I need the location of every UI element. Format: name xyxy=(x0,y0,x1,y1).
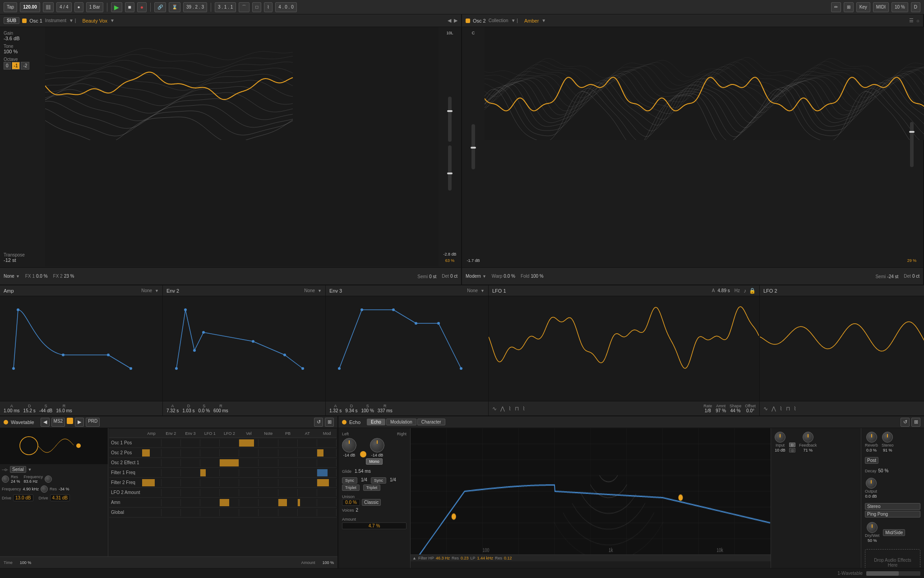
wt-back[interactable]: ◀ xyxy=(41,418,50,427)
stop-button[interactable]: ■ xyxy=(125,2,134,12)
tab-character[interactable]: Character xyxy=(417,419,445,425)
echo-led[interactable] xyxy=(342,420,346,424)
lfo1-a-label: A xyxy=(712,288,715,293)
unison-classic[interactable]: Classic xyxy=(362,499,381,506)
filter-mode-select[interactable]: Serial xyxy=(10,466,26,473)
wt-color[interactable] xyxy=(67,418,73,424)
lfo1-shape-saw[interactable]: ⌇ xyxy=(508,406,511,412)
echo-icon1[interactable]: ↺ xyxy=(901,418,910,427)
vol-right-knob[interactable] xyxy=(370,438,384,452)
mono-label-row: Mono xyxy=(342,458,407,465)
filter-freq-knob[interactable] xyxy=(45,475,52,483)
filter-res-knob[interactable] xyxy=(2,475,9,483)
lfo2-shape-sine[interactable]: ∿ xyxy=(763,406,768,412)
vol-left-knob[interactable] xyxy=(342,438,356,452)
mono-button[interactable]: Mono xyxy=(366,458,383,465)
play-button[interactable]: ▶ xyxy=(111,2,122,12)
echo-far-right-panel: Reverb 0.0 % Stereo 91 % Post Decay xyxy=(861,428,924,568)
output-knob[interactable] xyxy=(866,478,877,489)
tempo-display[interactable]: 120.00 xyxy=(20,2,40,12)
dry-wet-knob[interactable] xyxy=(867,522,878,533)
sync-btn-right[interactable]: Sync xyxy=(371,477,386,484)
osc2-slider[interactable] xyxy=(471,35,475,258)
osc1-slider2[interactable] xyxy=(448,145,452,191)
lfo2-shape-random[interactable]: ⌇ xyxy=(794,406,796,412)
midi-button[interactable]: MIDI xyxy=(873,2,889,12)
osc2-vslider[interactable] xyxy=(471,124,475,169)
matrix-row-global: Global xyxy=(109,508,337,517)
env2-mode[interactable]: None xyxy=(304,288,315,293)
wt-prd-select[interactable]: PRD xyxy=(86,418,100,427)
instrument-label[interactable]: Instrument xyxy=(45,18,66,23)
echo-icon2[interactable]: ⊞ xyxy=(911,418,920,427)
drop-zone[interactable]: Drop Audio Effects Here xyxy=(865,549,920,568)
d-btn1[interactable]: D xyxy=(789,443,795,447)
wt-icon1[interactable]: ↺ xyxy=(314,418,323,427)
lfo2-shape-tri[interactable]: ⋀ xyxy=(772,406,776,412)
stereo-knob[interactable] xyxy=(882,432,893,443)
amp-mode[interactable]: None xyxy=(141,288,152,293)
wt-led[interactable] xyxy=(4,420,8,424)
wt-fwd[interactable]: ▶ xyxy=(75,418,84,427)
osc1-nav-left[interactable]: ◀ xyxy=(448,18,451,23)
octave-0[interactable]: 0 xyxy=(4,62,11,70)
time-sig-display[interactable]: 4 / 4 xyxy=(56,2,71,12)
lfo1-shape-square[interactable]: ⊓ xyxy=(515,406,519,412)
lfo1-shape-tri[interactable]: ⋀ xyxy=(500,406,505,412)
stereo2-select[interactable]: Stereo xyxy=(865,503,920,510)
lfo1-shape-random[interactable]: ⌇ xyxy=(522,406,525,412)
osc2-led[interactable] xyxy=(466,19,470,23)
octave-neg1[interactable]: -1 xyxy=(12,62,20,70)
osc1-nav-right[interactable]: ▶ xyxy=(454,18,457,23)
record-button[interactable]: ● xyxy=(137,2,147,12)
pencil-icon[interactable]: ✏ xyxy=(831,2,841,12)
tab-modulation[interactable]: Modulation xyxy=(386,419,416,425)
triplet-btn-left[interactable]: Triplet xyxy=(342,485,360,491)
metronome-icon[interactable]: ⌛ xyxy=(169,2,180,12)
osc1-preset[interactable]: Beauty Vox xyxy=(82,18,107,23)
ping-pong-select[interactable]: Ping Pong xyxy=(865,511,920,517)
d-btn2[interactable]: ◎ xyxy=(789,448,795,452)
osc2-right-vslider[interactable] xyxy=(910,31,914,258)
lfo1-shape-sine[interactable]: ∿ xyxy=(492,406,497,412)
transport-mode[interactable]: ● xyxy=(74,2,83,12)
lfo2-shape-saw[interactable]: ⌇ xyxy=(780,406,782,412)
osc2-collection[interactable]: Collection xyxy=(489,18,508,23)
d-button[interactable]: D xyxy=(911,2,920,12)
osc2-menu[interactable]: ☰ xyxy=(909,18,914,23)
osc1-led[interactable] xyxy=(22,19,27,23)
grid-icon[interactable]: ⊞ xyxy=(844,2,854,12)
octave-neg2[interactable]: -2 xyxy=(21,62,29,70)
key-button[interactable]: Key xyxy=(856,2,870,12)
lfo2-shape-square[interactable]: ⊓ xyxy=(786,406,790,412)
lfo1-note-icon[interactable]: ♪ xyxy=(744,288,746,294)
triplet-btn-right[interactable]: Triplet xyxy=(363,485,381,491)
osc2-mode[interactable]: Modern ▼ xyxy=(466,274,486,279)
reverb-knob[interactable] xyxy=(866,432,877,443)
osc1-none[interactable]: None ▼ xyxy=(4,274,20,279)
osc1-slider1[interactable] xyxy=(448,97,452,142)
lfo1-lock-icon[interactable]: 🔒 xyxy=(749,288,756,294)
top-bar-right: ✏ ⊞ Key MIDI 10 % D xyxy=(831,2,920,12)
osc2-power[interactable]: ○ xyxy=(916,18,919,23)
osc2-preset[interactable]: Amber xyxy=(524,18,539,23)
position-display[interactable]: 39 . 2 . 3 xyxy=(183,2,207,12)
wt-mode-select[interactable]: MS2 xyxy=(51,418,65,427)
input-feedback-row: Input 10 dB D ◎ Feedback 71 % xyxy=(775,432,857,452)
zoom-level[interactable]: 10 % xyxy=(892,2,908,12)
mid-side-select[interactable]: Mid/Side xyxy=(883,529,905,536)
osc2-vslider2[interactable] xyxy=(910,122,914,167)
env3-mode[interactable]: None xyxy=(467,288,478,293)
tab-echo[interactable]: Echo xyxy=(367,419,385,425)
tap-button[interactable]: Tap xyxy=(4,2,17,12)
mono-led[interactable] xyxy=(360,451,366,457)
loop-length[interactable]: 1 Bar xyxy=(86,2,103,12)
sub-label[interactable]: SUB xyxy=(4,17,19,24)
feedback-knob[interactable] xyxy=(803,432,813,443)
filter2-freq-knob[interactable] xyxy=(41,485,48,493)
wt-icon2[interactable]: ⊞ xyxy=(325,418,334,427)
post-select[interactable]: Post xyxy=(865,457,878,464)
link-icon[interactable]: 🔗 xyxy=(154,2,166,12)
input-knob[interactable] xyxy=(775,432,785,443)
sync-btn-left[interactable]: Sync xyxy=(342,477,357,484)
